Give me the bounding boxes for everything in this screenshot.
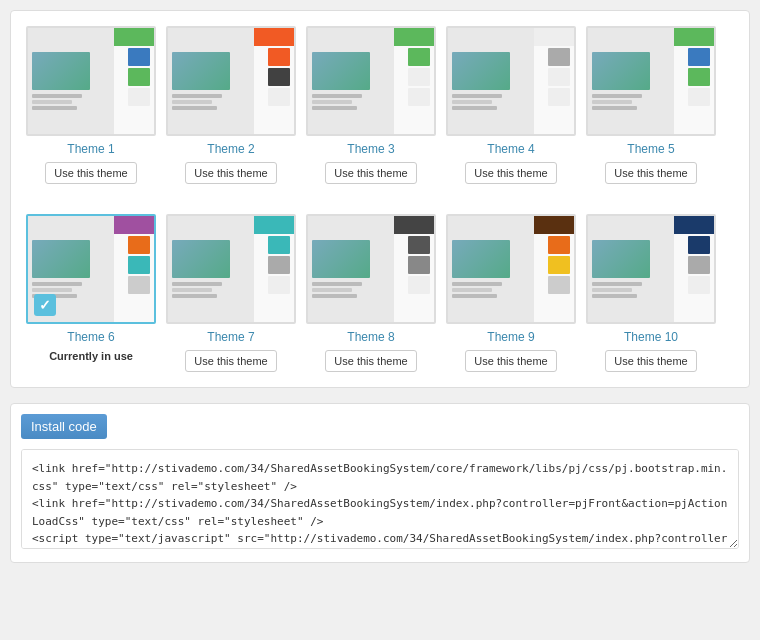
- theme-name-10: Theme 10: [624, 330, 678, 344]
- theme-use-button-4[interactable]: Use this theme: [465, 162, 556, 184]
- install-code-title: Install code: [21, 414, 107, 439]
- theme-item-3: Theme 3Use this theme: [306, 26, 436, 184]
- theme-name-1: Theme 1: [67, 142, 114, 156]
- theme-item-5: Theme 5Use this theme: [586, 26, 716, 184]
- theme-item-2: Theme 2Use this theme: [166, 26, 296, 184]
- theme-name-7: Theme 7: [207, 330, 254, 344]
- theme-name-2: Theme 2: [207, 142, 254, 156]
- theme-use-button-10[interactable]: Use this theme: [605, 350, 696, 372]
- theme-use-button-5[interactable]: Use this theme: [605, 162, 696, 184]
- theme-use-button-3[interactable]: Use this theme: [325, 162, 416, 184]
- theme-active-check-6: ✓: [34, 294, 56, 316]
- install-code-textarea[interactable]: [21, 449, 739, 549]
- theme-use-button-1[interactable]: Use this theme: [45, 162, 136, 184]
- theme-name-8: Theme 8: [347, 330, 394, 344]
- theme-item-10: Theme 10Use this theme: [586, 214, 716, 372]
- theme-item-8: Theme 8Use this theme: [306, 214, 436, 372]
- theme-item-9: Theme 9Use this theme: [446, 214, 576, 372]
- theme-preview-2: [166, 26, 296, 136]
- theme-use-button-8[interactable]: Use this theme: [325, 350, 416, 372]
- theme-name-5: Theme 5: [627, 142, 674, 156]
- theme-current-label-6: Currently in use: [49, 350, 133, 362]
- theme-name-3: Theme 3: [347, 142, 394, 156]
- theme-preview-9: [446, 214, 576, 324]
- theme-use-button-2[interactable]: Use this theme: [185, 162, 276, 184]
- theme-name-9: Theme 9: [487, 330, 534, 344]
- theme-use-button-7[interactable]: Use this theme: [185, 350, 276, 372]
- theme-preview-8: [306, 214, 436, 324]
- theme-name-6: Theme 6: [67, 330, 114, 344]
- theme-name-4: Theme 4: [487, 142, 534, 156]
- theme-preview-3: [306, 26, 436, 136]
- themes-grid: Theme 1Use this themeTheme 2Use this the…: [26, 26, 734, 372]
- theme-item-4: Theme 4Use this theme: [446, 26, 576, 184]
- theme-preview-1: [26, 26, 156, 136]
- install-code-section: Install code: [10, 403, 750, 563]
- row-separator: [26, 194, 734, 204]
- theme-preview-7: [166, 214, 296, 324]
- theme-preview-5: [586, 26, 716, 136]
- themes-panel: Theme 1Use this themeTheme 2Use this the…: [10, 10, 750, 388]
- theme-preview-4: [446, 26, 576, 136]
- theme-item-6: ✓Theme 6Currently in use: [26, 214, 156, 372]
- theme-use-button-9[interactable]: Use this theme: [465, 350, 556, 372]
- theme-item-7: Theme 7Use this theme: [166, 214, 296, 372]
- theme-preview-6: ✓: [26, 214, 156, 324]
- theme-preview-10: [586, 214, 716, 324]
- theme-item-1: Theme 1Use this theme: [26, 26, 156, 184]
